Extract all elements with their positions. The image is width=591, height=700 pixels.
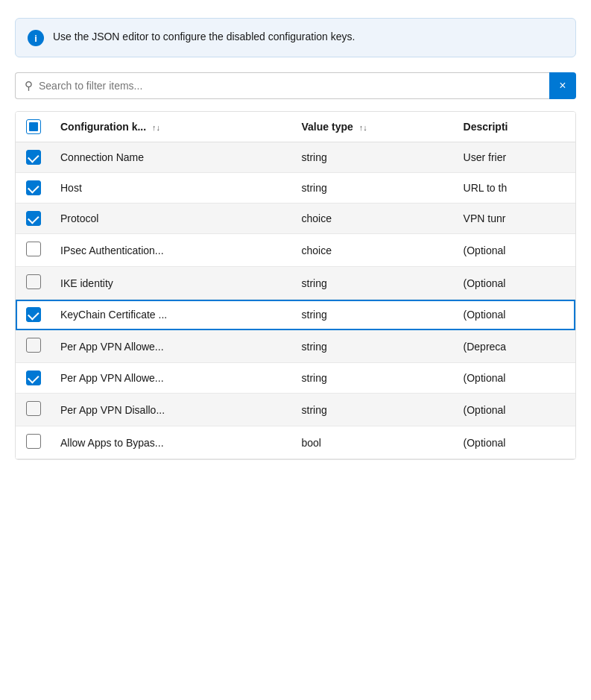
- row-config-key: IKE identity: [51, 267, 293, 300]
- info-icon: i: [28, 30, 44, 46]
- table-row[interactable]: ProtocolchoiceVPN tunr: [16, 204, 575, 234]
- table-row[interactable]: Connection NamestringUser frier: [16, 142, 575, 173]
- header-config-key-label: Configuration k...: [60, 121, 146, 133]
- table-row[interactable]: Allow Apps to Bypas...bool(Optional: [16, 426, 575, 459]
- row-description: (Optional: [455, 426, 575, 459]
- row-value-type: string: [293, 394, 455, 426]
- row-value-type: string: [293, 330, 455, 363]
- row-value-type: string: [293, 142, 455, 173]
- row-description: (Optional: [455, 394, 575, 426]
- sort-icon-config-key: ↑↓: [152, 123, 160, 132]
- row-config-key: Connection Name: [51, 142, 293, 173]
- row-config-key: Protocol: [51, 204, 293, 234]
- row-description: (Depreca: [455, 330, 575, 363]
- row-checkbox[interactable]: [26, 338, 41, 353]
- header-config-key[interactable]: Configuration k... ↑↓: [51, 112, 293, 142]
- row-description: VPN tunr: [455, 204, 575, 234]
- search-clear-button[interactable]: ×: [549, 72, 576, 99]
- row-checkbox-cell[interactable]: [16, 142, 51, 173]
- row-config-key: Per App VPN Allowe...: [51, 363, 293, 394]
- header-checkbox-cell[interactable]: [16, 112, 51, 142]
- header-description: Descripti: [455, 112, 575, 142]
- row-checkbox-cell[interactable]: [16, 363, 51, 394]
- search-icon: ⚲: [25, 79, 33, 92]
- row-checkbox-cell[interactable]: [16, 394, 51, 426]
- row-checkbox-cell[interactable]: [16, 267, 51, 300]
- row-config-key: Per App VPN Disallo...: [51, 394, 293, 426]
- table-row[interactable]: Per App VPN Disallo...string(Optional: [16, 394, 575, 426]
- row-checkbox-cell[interactable]: [16, 173, 51, 204]
- row-config-key: KeyChain Certificate ...: [51, 300, 293, 330]
- row-description: URL to th: [455, 173, 575, 204]
- row-checkbox-cell[interactable]: [16, 426, 51, 459]
- row-checkbox[interactable]: [26, 150, 41, 165]
- row-value-type: string: [293, 173, 455, 204]
- row-config-key: IPsec Authentication...: [51, 234, 293, 267]
- row-description: (Optional: [455, 234, 575, 267]
- banner-text: Use the JSON editor to configure the dis…: [53, 29, 355, 45]
- row-value-type: choice: [293, 234, 455, 267]
- row-value-type: string: [293, 363, 455, 394]
- table-row[interactable]: Per App VPN Allowe...string(Optional: [16, 363, 575, 394]
- row-config-key: Per App VPN Allowe...: [51, 330, 293, 363]
- row-description: (Optional: [455, 363, 575, 394]
- sort-icon-value-type: ↑↓: [359, 123, 367, 132]
- header-value-type[interactable]: Value type ↑↓: [293, 112, 455, 142]
- search-input-wrapper: ⚲: [15, 72, 549, 99]
- row-value-type: string: [293, 267, 455, 300]
- row-config-key: Host: [51, 173, 293, 204]
- row-checkbox-cell[interactable]: [16, 234, 51, 267]
- header-value-type-label: Value type: [302, 121, 353, 133]
- row-checkbox[interactable]: [26, 274, 41, 289]
- row-value-type: choice: [293, 204, 455, 234]
- search-input[interactable]: [39, 80, 540, 92]
- row-checkbox[interactable]: [26, 434, 41, 449]
- search-row: ⚲ ×: [15, 72, 576, 99]
- table-row[interactable]: IKE identitystring(Optional: [16, 267, 575, 300]
- row-checkbox[interactable]: [26, 371, 41, 385]
- row-checkbox-cell[interactable]: [16, 300, 51, 330]
- row-description: User frier: [455, 142, 575, 173]
- row-config-key: Allow Apps to Bypas...: [51, 426, 293, 459]
- close-icon: ×: [559, 79, 566, 92]
- table-row[interactable]: KeyChain Certificate ...string(Optional: [16, 300, 575, 330]
- select-all-checkbox-inner: [29, 122, 38, 131]
- row-checkbox[interactable]: [26, 401, 41, 416]
- row-checkbox-cell[interactable]: [16, 204, 51, 234]
- row-checkbox[interactable]: [26, 242, 41, 256]
- config-table: Configuration k... ↑↓ Value type ↑↓ Desc…: [15, 111, 576, 460]
- select-all-checkbox[interactable]: [26, 119, 41, 134]
- row-value-type: bool: [293, 426, 455, 459]
- row-checkbox[interactable]: [26, 180, 41, 195]
- header-description-label: Descripti: [464, 121, 508, 133]
- info-banner: i Use the JSON editor to configure the d…: [15, 18, 576, 57]
- table-header-row: Configuration k... ↑↓ Value type ↑↓ Desc…: [16, 112, 575, 142]
- table-row[interactable]: Per App VPN Allowe...string(Depreca: [16, 330, 575, 363]
- row-value-type: string: [293, 300, 455, 330]
- table-row[interactable]: IPsec Authentication...choice(Optional: [16, 234, 575, 267]
- row-checkbox[interactable]: [26, 307, 41, 322]
- table-row[interactable]: HoststringURL to th: [16, 173, 575, 204]
- row-description: (Optional: [455, 267, 575, 300]
- row-checkbox[interactable]: [26, 211, 41, 226]
- row-description: (Optional: [455, 300, 575, 330]
- row-checkbox-cell[interactable]: [16, 330, 51, 363]
